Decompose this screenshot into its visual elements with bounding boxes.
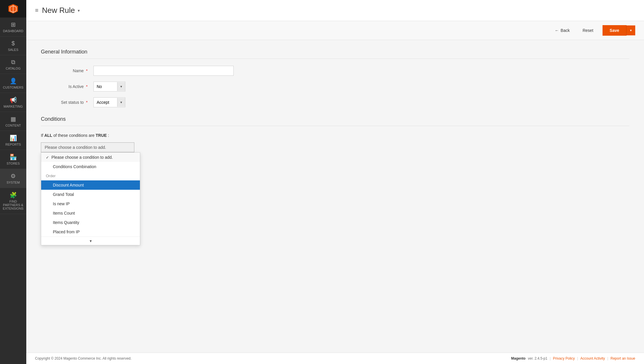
name-label: Name * bbox=[41, 68, 93, 73]
condition-suffix: of these conditions are bbox=[53, 133, 95, 138]
account-activity-link[interactable]: Account Activity bbox=[580, 356, 605, 360]
name-row: Name * bbox=[41, 66, 304, 76]
is-active-label: Is Active * bbox=[41, 84, 93, 89]
sidebar-item-dashboard[interactable]: ⊞ DASHBOARD bbox=[0, 18, 26, 37]
back-arrow-icon: ← bbox=[555, 28, 559, 33]
condition-colon: : bbox=[108, 133, 109, 138]
dropdown-item-grand-total[interactable]: Grand Total bbox=[41, 190, 140, 199]
footer-copyright: Copyright © 2024 Magento Commerce Inc. A… bbox=[35, 356, 131, 360]
footer-version: ver. 2.4.5-p1 bbox=[528, 356, 547, 360]
save-dropdown-arrow-icon: ▾ bbox=[630, 28, 632, 32]
find-partners-icon: 🧩 bbox=[10, 192, 17, 199]
reports-icon: 📊 bbox=[10, 134, 17, 142]
name-input[interactable] bbox=[93, 66, 234, 76]
set-status-label-text: Set status to bbox=[61, 100, 84, 105]
name-label-text: Name bbox=[73, 68, 84, 73]
sidebar-item-find-partners[interactable]: 🧩 FIND PARTNERS & EXTENSIONS bbox=[0, 188, 26, 214]
report-issue-link[interactable]: Report an Issue bbox=[610, 356, 635, 360]
conditions-title: Conditions bbox=[41, 116, 629, 126]
sidebar-item-marketing-label: MARKETING bbox=[4, 105, 22, 108]
footer-links: Magento ver. 2.4.5-p1 | Privacy Policy |… bbox=[511, 356, 635, 360]
save-button[interactable]: Save bbox=[603, 25, 626, 36]
sidebar-item-find-partners-label: FIND PARTNERS & EXTENSIONS bbox=[1, 200, 25, 210]
sidebar-item-stores-label: STORES bbox=[6, 162, 20, 165]
footer-version-label: Magento bbox=[511, 356, 525, 360]
system-icon: ⚙ bbox=[11, 172, 16, 180]
content-area: General Information Name * Is Active * N… bbox=[26, 40, 644, 353]
general-information-section: General Information Name * Is Active * N… bbox=[41, 49, 629, 107]
dropdown-item-discount-amount[interactable]: Discount Amount bbox=[41, 180, 140, 190]
sidebar: ⊞ DASHBOARD $ SALES ⧉ CATALOG 👤 CUSTOMER… bbox=[0, 0, 26, 364]
content-icon: ▦ bbox=[11, 115, 16, 123]
page-header: ≡ New Rule ▾ bbox=[26, 0, 644, 21]
checkmark-icon: ✓ bbox=[46, 155, 49, 160]
sidebar-item-marketing[interactable]: 📢 MARKETING bbox=[0, 93, 26, 112]
condition-true-label: TRUE bbox=[96, 133, 107, 138]
set-status-required-star: * bbox=[86, 100, 88, 105]
back-button[interactable]: ← Back bbox=[551, 26, 573, 35]
page-title-text: New Rule bbox=[42, 6, 75, 15]
condition-dropdown-wrapper: Please choose a condition to add. ✓ Plea… bbox=[41, 142, 134, 152]
dropdown-item-items-count[interactable]: Items Count bbox=[41, 208, 140, 218]
condition-all-label: ALL bbox=[44, 133, 52, 138]
page-title-dropdown-arrow[interactable]: ▾ bbox=[78, 8, 80, 13]
customers-icon: 👤 bbox=[10, 77, 17, 84]
set-status-select[interactable]: Accept Deny bbox=[94, 98, 117, 107]
page-title: New Rule ▾ bbox=[42, 6, 80, 15]
sidebar-item-sales[interactable]: $ SALES bbox=[0, 37, 26, 55]
reset-button[interactable]: Reset bbox=[578, 26, 598, 35]
dropdown-item-is-new-ip[interactable]: Is new IP bbox=[41, 199, 140, 208]
conditions-text: If ALL of these conditions are TRUE : bbox=[41, 133, 629, 138]
save-button-label: Save bbox=[610, 28, 619, 33]
stores-icon: 🏪 bbox=[10, 153, 17, 161]
dropdown-more-icon: ▾ bbox=[90, 239, 92, 243]
dropdown-item-please-choose[interactable]: ✓ Please choose a condition to add. bbox=[41, 153, 140, 162]
sidebar-item-catalog-label: CATALOG bbox=[6, 67, 21, 70]
save-button-group: Save ▾ bbox=[603, 25, 635, 36]
condition-select-box[interactable]: Please choose a condition to add. bbox=[41, 142, 134, 152]
dropdown-item-items-quantity[interactable]: Items Quantity bbox=[41, 218, 140, 227]
footer-separator-1: | bbox=[550, 356, 551, 360]
action-bar: ← Back Reset Save ▾ bbox=[26, 21, 644, 40]
is-active-row: Is Active * No Yes ▾ bbox=[41, 82, 304, 92]
conditions-section: Conditions If ALL of these conditions ar… bbox=[41, 116, 629, 152]
general-information-title: General Information bbox=[41, 49, 629, 59]
sidebar-item-sales-label: SALES bbox=[8, 48, 18, 51]
sidebar-item-reports[interactable]: 📊 REPORTS bbox=[0, 131, 26, 150]
catalog-icon: ⧉ bbox=[11, 59, 15, 65]
condition-prefix: If bbox=[41, 133, 43, 138]
set-status-dropdown-icon: ▾ bbox=[120, 100, 122, 104]
sidebar-item-content[interactable]: ▦ CONTENT bbox=[0, 112, 26, 131]
set-status-row: Set status to * Accept Deny ▾ bbox=[41, 97, 304, 107]
is-active-select-wrapper: No Yes ▾ bbox=[93, 82, 125, 92]
condition-dropdown-menu: ✓ Please choose a condition to add. Cond… bbox=[41, 152, 140, 245]
sidebar-item-stores[interactable]: 🏪 STORES bbox=[0, 150, 26, 169]
dropdown-item-conditions-combination[interactable]: Conditions Combination bbox=[41, 162, 140, 171]
sidebar-item-system[interactable]: ⚙ SYSTEM bbox=[0, 169, 26, 188]
sidebar-item-system-label: SYSTEM bbox=[6, 181, 20, 184]
is-active-dropdown-btn[interactable]: ▾ bbox=[117, 82, 125, 91]
set-status-dropdown-btn[interactable]: ▾ bbox=[117, 98, 125, 107]
footer: Copyright © 2024 Magento Commerce Inc. A… bbox=[26, 353, 644, 364]
sidebar-item-content-label: CONTENT bbox=[5, 124, 21, 127]
dropdown-item-placed-from-ip[interactable]: Placed from IP bbox=[41, 227, 140, 237]
sidebar-item-dashboard-label: DASHBOARD bbox=[3, 29, 23, 33]
name-required-star: * bbox=[86, 68, 88, 73]
privacy-policy-link[interactable]: Privacy Policy bbox=[553, 356, 575, 360]
dashboard-icon: ⊞ bbox=[11, 21, 16, 28]
save-dropdown-button[interactable]: ▾ bbox=[626, 25, 635, 35]
dropdown-more-indicator[interactable]: ▾ bbox=[41, 237, 140, 245]
is-active-select[interactable]: No Yes bbox=[94, 82, 117, 91]
sidebar-logo bbox=[0, 0, 26, 18]
sidebar-item-catalog[interactable]: ⧉ CATALOG bbox=[0, 55, 26, 74]
breadcrumb-icon: ≡ bbox=[35, 7, 39, 14]
condition-select-text: Please choose a condition to add. bbox=[45, 145, 106, 150]
sales-icon: $ bbox=[11, 40, 15, 47]
main-area: ≡ New Rule ▾ ← Back Reset Save ▾ General… bbox=[26, 0, 644, 364]
sidebar-item-customers-label: CUSTOMERS bbox=[3, 86, 23, 89]
set-status-select-wrapper: Accept Deny ▾ bbox=[93, 97, 125, 107]
is-active-required-star: * bbox=[86, 84, 88, 89]
is-active-label-text: Is Active bbox=[69, 84, 84, 89]
footer-separator-3: | bbox=[607, 356, 608, 360]
sidebar-item-customers[interactable]: 👤 CUSTOMERS bbox=[0, 74, 26, 93]
